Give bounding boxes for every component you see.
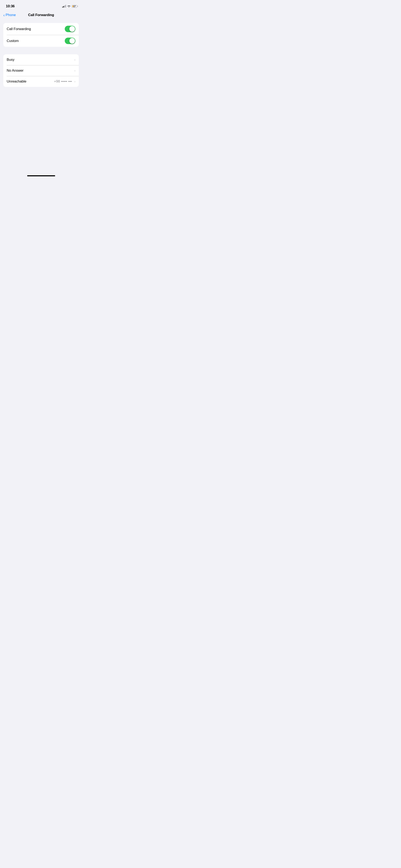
- toggle-thumb: [69, 26, 75, 32]
- no-answer-row[interactable]: No Answer ›: [3, 65, 79, 76]
- busy-label: Busy: [7, 58, 14, 62]
- call-forwarding-row: Call Forwarding: [3, 23, 79, 35]
- busy-right: ›: [73, 58, 75, 61]
- toggle-section: Call Forwarding Custom: [3, 23, 79, 47]
- back-button[interactable]: ‹ Phone: [3, 13, 16, 17]
- home-indicator: [0, 174, 82, 178]
- status-bar: 10:36 17: [0, 0, 82, 11]
- custom-toggle[interactable]: [65, 38, 75, 44]
- no-answer-chevron-icon: ›: [74, 69, 75, 72]
- call-forwarding-label: Call Forwarding: [7, 27, 31, 31]
- back-chevron-icon: ‹: [3, 13, 5, 17]
- battery-icon: 17: [72, 5, 77, 8]
- toggle-thumb-2: [69, 38, 75, 44]
- status-time: 10:36: [6, 4, 14, 8]
- busy-chevron-icon: ›: [74, 58, 75, 61]
- nav-bar: ‹ Phone Call Forwarding: [0, 11, 82, 20]
- navigation-section: Busy › No Answer › Unreachable +98 •••••…: [3, 54, 79, 87]
- content-area: Call Forwarding Custom Busy › No Answer …: [0, 20, 82, 174]
- unreachable-value: +98 ••••• •••: [54, 80, 72, 84]
- status-icons: 17: [62, 4, 77, 8]
- no-answer-label: No Answer: [7, 68, 23, 73]
- unreachable-label: Unreachable: [7, 80, 26, 84]
- unreachable-row[interactable]: Unreachable +98 ••••• ••• ›: [3, 76, 79, 87]
- home-bar: [27, 175, 55, 176]
- unreachable-chevron-icon: ›: [74, 80, 75, 83]
- back-label: Phone: [6, 13, 16, 17]
- custom-row: Custom: [3, 35, 79, 47]
- signal-icon: [62, 5, 66, 7]
- unreachable-right: +98 ••••• ••• ›: [54, 80, 75, 84]
- wifi-icon: [67, 4, 70, 8]
- call-forwarding-toggle[interactable]: [65, 26, 75, 32]
- page-title: Call Forwarding: [28, 13, 54, 17]
- no-answer-right: ›: [73, 69, 75, 72]
- busy-row[interactable]: Busy ›: [3, 54, 79, 65]
- custom-label: Custom: [7, 39, 19, 43]
